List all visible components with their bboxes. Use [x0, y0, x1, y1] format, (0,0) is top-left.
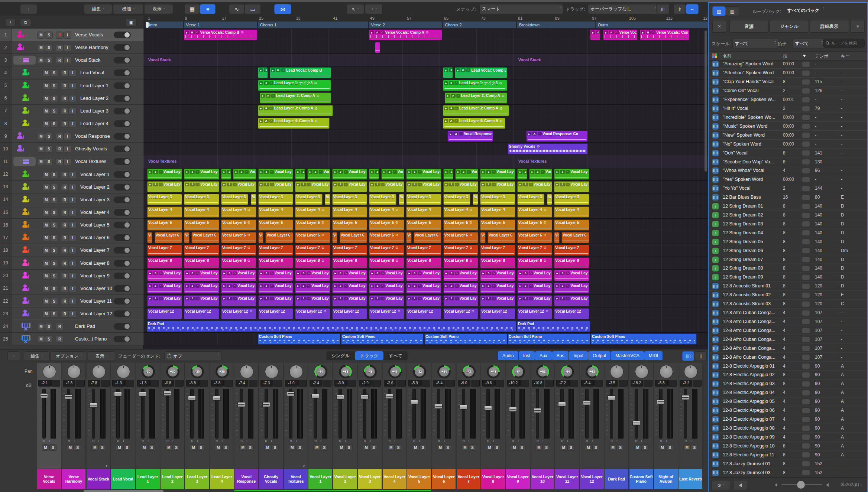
volume-db-value[interactable]: -18.2: [631, 380, 643, 387]
solo-button[interactable]: S: [493, 444, 501, 451]
loop-list-item[interactable]: 12-8 Electric Arpeggio 02890A: [709, 371, 867, 379]
volume-db-value[interactable]: -2.8: [63, 380, 75, 387]
track-on-toggle[interactable]: [114, 336, 131, 342]
region[interactable]: Vocal Layer 5: [184, 219, 219, 231]
track-name[interactable]: Ghostly Vocals: [75, 146, 107, 151]
solo-button[interactable]: S: [617, 444, 624, 451]
region[interactable]: Vocal Layer 3: [517, 194, 544, 205]
region[interactable]: ▶A: [590, 29, 600, 40]
region[interactable]: Vocal Layer 7⊙: [443, 245, 479, 256]
arrange-track-lane[interactable]: [143, 143, 708, 155]
volume-db-value[interactable]: -3.8: [186, 380, 199, 387]
input-monitor-button[interactable]: I: [69, 260, 77, 267]
solo-button[interactable]: S: [45, 323, 53, 330]
region[interactable]: ▶2∴Vocal Layer 2: [147, 181, 182, 192]
region[interactable]: Vocal Layer 6: [406, 232, 412, 243]
take-play-icon[interactable]: ▶: [444, 183, 448, 186]
track-name[interactable]: Vocal Layer 3: [80, 197, 110, 202]
filter-mastervca[interactable]: Master/VCA: [611, 351, 644, 360]
favorite-checkbox[interactable]: [802, 239, 810, 244]
take-play-icon[interactable]: ▶: [604, 30, 608, 34]
solo-button[interactable]: S: [50, 171, 58, 178]
track-on-toggle[interactable]: [114, 310, 131, 317]
favorite-checkbox[interactable]: [802, 186, 810, 191]
mixer-channel-strip[interactable]: -30-1.3R IMS: [136, 363, 160, 469]
mute-button[interactable]: M: [42, 196, 50, 203]
record-enable-button[interactable]: R: [61, 171, 69, 178]
favorite-checkbox[interactable]: [802, 133, 810, 138]
region[interactable]: Vocal Layer 6: [191, 232, 219, 243]
solo-button[interactable]: S: [222, 444, 229, 451]
region[interactable]: Vocal Layer 5⊙: [221, 219, 256, 231]
fader-track[interactable]: [462, 389, 465, 439]
track-name[interactable]: Dark Pad: [75, 323, 95, 329]
loop-list-item[interactable]: 12-8 Acoustic Strum 018120D: [709, 282, 867, 291]
arrange-track-lane[interactable]: [143, 66, 708, 79]
mute-button[interactable]: M: [42, 298, 50, 305]
fader-cap[interactable]: [40, 393, 48, 398]
mute-button[interactable]: M: [388, 444, 395, 451]
channel-name-tab[interactable]: Vocal Layer 8: [481, 469, 505, 489]
solo-button[interactable]: S: [642, 444, 649, 451]
mute-button[interactable]: M: [42, 82, 50, 89]
take-play-icon[interactable]: ▶: [259, 107, 263, 110]
favorite-checkbox[interactable]: [802, 293, 810, 298]
take-play-icon[interactable]: ▶: [555, 271, 559, 275]
mixer-channel-strip[interactable]: -1.3R IMS: [111, 363, 135, 469]
solo-button[interactable]: S: [50, 196, 58, 203]
region[interactable]: ▶A∴Vocal Response: Co: [526, 131, 588, 142]
track-header-row[interactable]: 4MSRILead Vocal: [0, 66, 143, 79]
solo-button[interactable]: S: [99, 444, 106, 451]
favorite-checkbox[interactable]: [802, 355, 810, 360]
loop-list-item[interactable]: 12-8 Afro Cuban Conga...4107-: [709, 344, 867, 353]
mute-button[interactable]: M: [313, 444, 320, 451]
input-monitor-button[interactable]: I: [69, 184, 77, 191]
mixer-narrow-view-button[interactable]: ▯▯: [682, 351, 694, 361]
region[interactable]: ▶A∴Lead Layer 3: Comp A⊙: [258, 105, 333, 116]
loop-list-item[interactable]: 12-8 Electric Arpeggio 10890A: [709, 442, 867, 450]
pan-knob[interactable]: +63: [339, 365, 352, 378]
region[interactable]: Vocal Layer 3: [325, 194, 330, 205]
favorite-checkbox[interactable]: [802, 310, 810, 316]
arrange-track-lane[interactable]: [143, 79, 708, 92]
region[interactable]: Vocal Layer 12⊙: [369, 308, 404, 319]
favorite-checkbox[interactable]: [802, 204, 810, 209]
solo-button[interactable]: S: [45, 32, 53, 39]
track-name[interactable]: Vocal Layer 7: [80, 247, 110, 253]
take-play-icon[interactable]: ▶: [407, 297, 411, 300]
region[interactable]: ▶2∴Vocal Layer 11: [295, 295, 330, 306]
region[interactable]: Vocal Layer 8: [258, 257, 294, 268]
region[interactable]: ▶2∴Vocal Layer 10: [406, 283, 441, 294]
favorite-checkbox[interactable]: [802, 275, 810, 280]
pan-knob[interactable]: -64: [314, 365, 327, 378]
track-on-toggle[interactable]: [114, 285, 131, 292]
loop-list-item[interactable]: ♪12 String Dream 038140D: [709, 219, 867, 228]
loop-list-item[interactable]: "Experience" Spoken W...00:01--: [709, 95, 867, 104]
loop-list-item[interactable]: "Scoobie Doo Wap" Vo...8130-: [709, 157, 867, 166]
time-signature-select[interactable]: すべてˆˇ: [793, 39, 825, 48]
solo-button[interactable]: S: [321, 444, 328, 451]
loop-list-item[interactable]: "No" Spoken Word00:00--: [709, 140, 867, 149]
take-play-icon[interactable]: ▶: [382, 170, 386, 174]
mixer-hscrollbar[interactable]: [84, 490, 163, 492]
region[interactable]: Vocal Layer 8⊙: [221, 257, 256, 268]
take-play-icon[interactable]: ▶: [185, 297, 189, 300]
take-play-icon[interactable]: ▶: [555, 297, 559, 300]
fader-cap[interactable]: [163, 391, 171, 396]
solo-button[interactable]: S: [50, 222, 58, 229]
arrange-track-lane[interactable]: [143, 105, 708, 117]
region[interactable]: ▶2∴Vocal Layer 10: [295, 283, 330, 294]
solo-button[interactable]: S: [50, 209, 58, 216]
fader-cap[interactable]: [65, 394, 72, 399]
region[interactable]: Vocal Layer 6: [488, 232, 515, 243]
filter-output[interactable]: Output: [588, 351, 610, 360]
fader-cap[interactable]: [534, 408, 541, 413]
column-header-favorite[interactable]: ♥: [803, 53, 806, 58]
track-name[interactable]: Vocal Layer 6: [80, 235, 110, 240]
volume-db-value[interactable]: -8.4: [433, 380, 446, 387]
edit-menu-button[interactable]: 編集ˇ: [84, 4, 112, 14]
mute-button[interactable]: M: [42, 184, 50, 191]
solo-button[interactable]: S: [45, 336, 53, 343]
region[interactable]: ▶2: [443, 169, 453, 180]
region[interactable]: Vocal Layer 3: [554, 194, 589, 205]
